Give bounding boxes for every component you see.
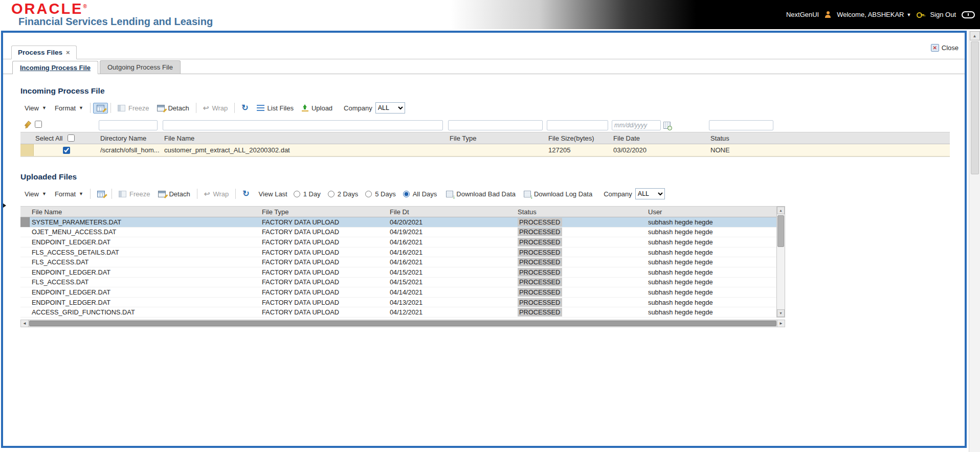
uploaded-table-header: File Name File Type File Dt Status User [20, 206, 776, 217]
close-icon: ✕ [931, 44, 939, 52]
process-files-window-tab[interactable]: Process Files × [11, 46, 77, 59]
cell-file-dt: 04/12/2021 [388, 308, 516, 316]
tab-outgoing-process-file[interactable]: Outgoing Process File [100, 60, 181, 74]
calendar-icon[interactable] [663, 122, 671, 129]
page-scrollbar[interactable]: ▲ [969, 31, 980, 452]
company-select[interactable]: ALL [635, 188, 665, 199]
close-button[interactable]: ✕ Close [931, 44, 959, 52]
freeze-icon [118, 105, 125, 111]
edit-pencil-icon[interactable] [24, 121, 31, 129]
freeze-button[interactable]: Freeze [115, 189, 154, 199]
filter-select-checkbox[interactable] [35, 121, 42, 128]
scrollbar-thumb[interactable] [29, 321, 776, 326]
table-row[interactable]: /scratch/ofsll_hom... customer_pmt_extra… [20, 144, 950, 156]
radio-all-days-input[interactable] [403, 191, 410, 197]
chevron-down-icon: ▼ [906, 12, 911, 17]
detach-icon [158, 191, 166, 197]
detach-button[interactable]: Detach [154, 189, 194, 199]
cell-user: subhash hegde hegde [646, 228, 776, 236]
scroll-left-icon[interactable]: ◄ [21, 320, 29, 327]
table-row[interactable]: ENDPOINT_LEDGER.DATFACTORY DATA UPLOAD04… [20, 237, 776, 247]
table-row[interactable]: ENDPOINT_LEDGER.DATFACTORY DATA UPLOAD04… [20, 267, 776, 278]
freeze-label: Freeze [128, 104, 149, 112]
sign-out-key-icon [917, 11, 924, 18]
page-scrollbar-thumb[interactable] [971, 41, 979, 174]
main-frame: Process Files × ✕ Close Incoming Process… [1, 31, 967, 448]
cell-file-type: FACTORY DATA UPLOAD [260, 248, 388, 256]
view-menu[interactable]: View▼ [20, 103, 51, 114]
view-menu[interactable]: View▼ [20, 189, 51, 199]
radio-1-day-input[interactable] [294, 191, 300, 197]
app-header: ORACLE® Financial Services Lending and L… [0, 0, 980, 29]
table-row[interactable]: OJET_MENU_ACCESS.DATFACTORY DATA UPLOAD0… [20, 228, 776, 238]
table-row[interactable]: ENDPOINT_LEDGER.DATFACTORY DATA UPLOAD04… [20, 287, 776, 298]
wrap-button[interactable]: ↩Wrap [199, 102, 232, 114]
uploaded-table-scrollbar[interactable]: ▲ ▼ [776, 206, 785, 318]
row-select-checkbox[interactable] [63, 147, 70, 154]
freeze-button[interactable]: Freeze [114, 103, 153, 114]
filter-status-input[interactable] [709, 120, 773, 130]
filter-file-name-input[interactable] [163, 120, 443, 130]
welcome-user-menu[interactable]: Welcome, ABSHEKAR▼ [837, 11, 911, 18]
wrap-label: Wrap [213, 190, 229, 198]
refresh-button[interactable]: ↻ [238, 188, 253, 199]
row-selector [20, 287, 30, 297]
radio-1-day[interactable]: 1 Day [294, 190, 321, 198]
column-file-name: File Name [163, 134, 448, 142]
row-selector[interactable] [20, 144, 34, 156]
download-bad-data-icon [446, 191, 453, 197]
cell-file-type: FACTORY DATA UPLOAD [260, 218, 388, 226]
status-badge: PROCESSED [518, 278, 562, 286]
tab-incoming-process-file[interactable]: Incoming Process File [12, 61, 98, 74]
power-icon[interactable] [962, 11, 975, 18]
upload-button[interactable]: Upload [298, 103, 337, 114]
download-log-data-button[interactable]: Download Log Data [520, 189, 596, 199]
list-files-icon [257, 105, 264, 111]
select-all-checkbox[interactable] [68, 134, 75, 142]
table-row[interactable]: ENDPOINT_LEDGER.DATFACTORY DATA UPLOAD04… [20, 298, 776, 308]
row-selector [20, 247, 30, 257]
close-label: Close [942, 44, 959, 52]
tab-close-icon[interactable]: × [66, 49, 70, 56]
detach-button[interactable]: Detach [153, 103, 193, 114]
nextgenui-link[interactable]: NextGenUI [786, 11, 819, 18]
table-row[interactable]: SYSTEM_PARAMETERS.DATFACTORY DATA UPLOAD… [20, 217, 776, 228]
format-menu[interactable]: Format▼ [51, 103, 87, 114]
download-bad-data-label: Download Bad Data [456, 190, 516, 198]
horizontal-scrollbar[interactable]: ◄ ► [20, 320, 785, 327]
table-row[interactable]: FLS_ACCESS_DETAILS.DATFACTORY DATA UPLOA… [20, 247, 776, 258]
sign-out-link[interactable]: Sign Out [930, 11, 956, 18]
table-row[interactable]: FLS_ACCESS.DATFACTORY DATA UPLOAD04/15/2… [20, 278, 776, 288]
scroll-up-icon[interactable]: ▲ [970, 31, 980, 40]
scroll-right-icon[interactable]: ► [777, 320, 785, 327]
radio-5-days-input[interactable] [365, 191, 372, 197]
filter-directory-input[interactable] [99, 120, 158, 130]
radio-5-days[interactable]: 5 Days [365, 190, 395, 198]
scroll-down-icon[interactable]: ▼ [777, 309, 785, 317]
filter-file-date-input[interactable] [612, 120, 661, 130]
cell-status: NONE [709, 146, 777, 154]
table-row[interactable]: FLS_ACCESS.DATFACTORY DATA UPLOAD04/16/2… [20, 257, 776, 267]
cell-status: PROCESSED [516, 248, 646, 257]
company-select[interactable]: ALL [375, 102, 405, 114]
filter-file-size-input[interactable] [547, 120, 608, 130]
radio-all-days[interactable]: All Days [403, 190, 437, 198]
format-menu[interactable]: Format▼ [51, 189, 87, 199]
download-bad-data-button[interactable]: Download Bad Data [442, 189, 520, 199]
wrap-icon: ↩ [203, 104, 209, 112]
table-row[interactable]: ACCESS_GRID_FUNCTIONS.DATFACTORY DATA UP… [20, 307, 776, 318]
query-by-example-button[interactable] [93, 189, 109, 199]
filter-file-type-input[interactable] [448, 120, 543, 130]
splitter-arrow-icon[interactable] [3, 203, 6, 208]
column-file-type: File Type [260, 208, 388, 216]
wrap-button[interactable]: ↩Wrap [200, 188, 233, 199]
refresh-button[interactable]: ↻ [237, 102, 252, 114]
radio-2-days-input[interactable] [328, 191, 335, 197]
query-by-example-button[interactable] [93, 103, 108, 114]
list-files-button[interactable]: List Files [253, 103, 298, 114]
toolbar-separator [235, 189, 236, 199]
scrollbar-thumb[interactable] [777, 215, 784, 247]
scroll-up-icon[interactable]: ▲ [777, 207, 785, 214]
radio-2-days[interactable]: 2 Days [328, 190, 358, 198]
row-selector [20, 267, 30, 277]
